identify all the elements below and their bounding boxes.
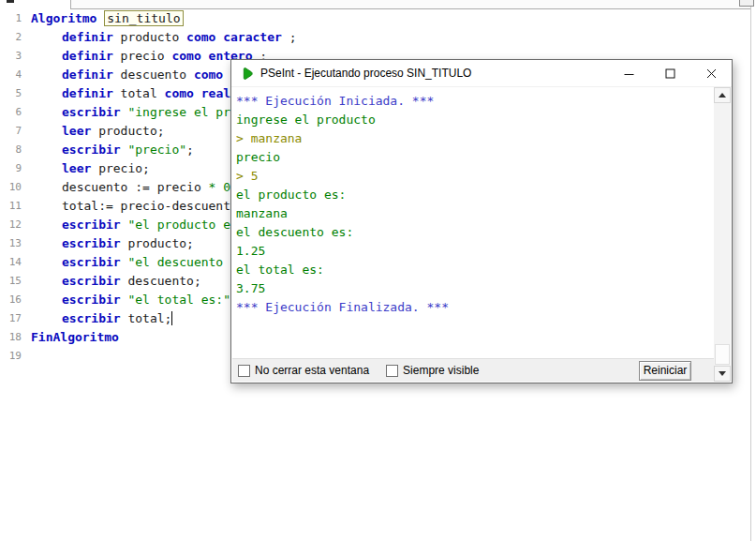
- code-line: total:= precio-descuento;: [62, 197, 245, 216]
- green-play-icon: [240, 67, 254, 81]
- scrollbar-down-button[interactable]: [714, 366, 731, 382]
- code-token: caracter: [223, 30, 282, 44]
- code-line: escribir total;: [62, 309, 172, 328]
- close-icon: [706, 68, 717, 79]
- arrow-up-icon: [719, 93, 726, 98]
- code-token: [194, 86, 201, 100]
- code-token: Algoritmo: [31, 11, 96, 25]
- always-visible-label: Siempre visible: [403, 364, 479, 377]
- console-line: *** Ejecución Iniciada. ***: [236, 92, 714, 111]
- checkbox-icon[interactable]: [238, 365, 250, 377]
- code-token: definir: [62, 49, 113, 63]
- console-scrollbar[interactable]: [714, 87, 731, 382]
- algorithm-name-box: sin_titulo: [104, 10, 183, 26]
- code-token: [201, 49, 209, 63]
- arrow-down-icon: [719, 371, 726, 376]
- code-token: escribir: [62, 274, 121, 288]
- console-line: ingrese el producto: [236, 111, 714, 129]
- runner-footer: No cerrar esta ventana Siempre visible R…: [232, 358, 714, 382]
- code-line: leer producto;: [62, 122, 165, 141]
- scrollbar-up-button[interactable]: [714, 87, 731, 103]
- runner-titlebar[interactable]: PSeInt - Ejecutando proceso SIN_TITULO: [231, 60, 732, 87]
- code-token: definir: [62, 86, 113, 100]
- code-token: real: [201, 86, 230, 100]
- code-token: precio;: [91, 161, 150, 175]
- code-token: ;: [186, 143, 194, 157]
- console-line: *** Ejecución Finalizada. ***: [236, 298, 714, 317]
- text-caret: [171, 311, 172, 325]
- code-token: producto: [113, 30, 186, 44]
- restart-button[interactable]: Reiniciar: [639, 361, 691, 381]
- console-output[interactable]: *** Ejecución Iniciada. ***ingrese el pr…: [232, 87, 714, 358]
- code-token: FinAlgoritmo: [31, 330, 119, 344]
- maximize-icon: [665, 68, 675, 79]
- code-token: total:= precio-descuento;: [62, 199, 245, 213]
- editor-top-strip: [70, 0, 750, 9]
- code-token: escribir: [62, 293, 121, 307]
- pseint-app: 12345678910111213141516171819 Algoritmo …: [0, 0, 756, 541]
- code-line: escribir producto;: [62, 234, 194, 253]
- console-line: el total es:: [236, 261, 714, 279]
- code-line: leer precio;: [62, 159, 150, 178]
- code-token: como: [171, 49, 200, 63]
- code-line: escribir "precio";: [62, 141, 194, 159]
- code-token: producto;: [121, 236, 194, 250]
- code-line: Algoritmo sin_titulo: [31, 9, 184, 28]
- maximize-button[interactable]: [649, 60, 690, 87]
- minimize-button[interactable]: [608, 60, 649, 87]
- console-line: 3.75: [236, 279, 714, 298]
- code-token: como: [165, 86, 194, 100]
- code-token: escribir: [62, 255, 121, 269]
- code-token: precio: [113, 49, 172, 63]
- code-token: "el total es:": [127, 293, 230, 307]
- always-visible-checkbox[interactable]: Siempre visible: [386, 364, 479, 377]
- console-line: 1.25: [236, 242, 714, 261]
- close-button[interactable]: [690, 60, 732, 87]
- no-close-label: No cerrar esta ventana: [255, 364, 369, 377]
- main-scrollbar-up-button[interactable]: [739, 0, 754, 7]
- code-token: producto;: [91, 124, 164, 138]
- code-token: como: [186, 30, 215, 44]
- code-token: descuento;: [121, 274, 201, 288]
- code-token: como: [194, 68, 223, 82]
- runner-window: PSeInt - Ejecutando proceso SIN_TITULO *…: [230, 59, 733, 383]
- console-line: manzana: [236, 204, 714, 223]
- code-line: FinAlgoritmo: [31, 328, 119, 347]
- code-token: descuento: [113, 68, 194, 82]
- code-token: definir: [62, 30, 113, 44]
- code-token: escribir: [62, 236, 121, 250]
- code-token: total: [113, 86, 165, 100]
- console-line: el producto es:: [236, 186, 714, 204]
- code-token: leer: [62, 124, 91, 138]
- window-title: PSeInt - Ejecutando proceso SIN_TITULO: [260, 67, 471, 80]
- code-token: escribir: [62, 105, 121, 119]
- code-token: total;: [121, 311, 172, 325]
- code-line: escribir "el total es:";: [62, 291, 238, 309]
- code-token: "precio": [127, 143, 186, 157]
- code-token: escribir: [62, 143, 121, 157]
- fold-toggle-icon[interactable]: [7, 0, 14, 3]
- code-line: definir total como real ;: [62, 84, 245, 103]
- checkbox-icon[interactable]: [386, 365, 398, 377]
- code-line: definir producto como caracter ;: [62, 28, 297, 47]
- code-token: leer: [62, 161, 91, 175]
- code-token: escribir: [62, 218, 121, 232]
- no-close-checkbox[interactable]: No cerrar esta ventana: [238, 364, 369, 377]
- minimize-icon: [624, 68, 634, 79]
- scrollbar-thumb[interactable]: [715, 344, 730, 365]
- code-token: [223, 68, 230, 82]
- console-line: el descuento es:: [236, 223, 714, 242]
- code-token: ;: [282, 30, 297, 44]
- code-token: descuento := precio: [62, 180, 209, 194]
- code-token: escribir: [62, 311, 121, 325]
- console-line: > manzana: [236, 129, 714, 148]
- window-controls: [608, 60, 732, 87]
- console-line: > 5: [236, 167, 714, 186]
- console-line: precio: [236, 148, 714, 167]
- code-line: escribir descuento;: [62, 272, 201, 291]
- right-pane-divider: [750, 0, 756, 541]
- code-token: definir: [62, 68, 113, 82]
